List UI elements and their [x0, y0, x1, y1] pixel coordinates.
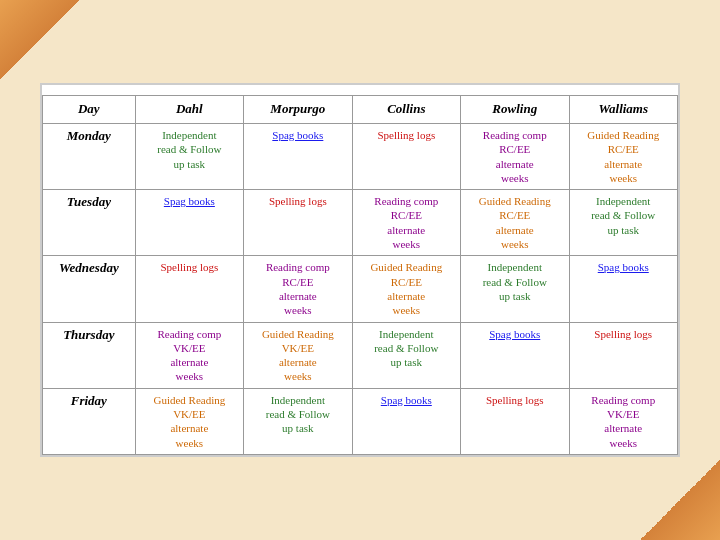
- collins-content: Reading compRC/EEalternateweeks: [358, 194, 455, 251]
- table-row: MondayIndependentread & Followup taskSpa…: [43, 123, 678, 189]
- rowling-content: Spag books: [466, 327, 563, 341]
- dahl-content: Reading compVK/EEalternateweeks: [141, 327, 238, 384]
- morpurgo-cell: Spelling logs: [244, 190, 352, 256]
- table-row: ThursdayReading compVK/EEalternateweeksG…: [43, 322, 678, 388]
- morpurgo-content: Independentread & Followup task: [249, 393, 346, 436]
- header-row: DayDahlMorpurgoCollinsRowlingWalliams: [43, 96, 678, 124]
- collins-cell: Spelling logs: [352, 123, 460, 189]
- page-wrapper: DayDahlMorpurgoCollinsRowlingWalliams Mo…: [0, 0, 720, 540]
- table-row: WednesdaySpelling logsReading compRC/EEa…: [43, 256, 678, 322]
- corner-decoration-br: [640, 460, 720, 540]
- dahl-content: Spag books: [141, 194, 238, 208]
- rowling-cell: Reading compRC/EEalternateweeks: [461, 123, 569, 189]
- rowling-cell: Spelling logs: [461, 388, 569, 454]
- rowling-cell: Guided ReadingRC/EEalternateweeks: [461, 190, 569, 256]
- morpurgo-content: Guided ReadingVK/EEalternateweeks: [249, 327, 346, 384]
- rowling-content: Reading compRC/EEalternateweeks: [466, 128, 563, 185]
- dahl-cell: Spelling logs: [135, 256, 243, 322]
- walliams-content: Spag books: [575, 260, 673, 274]
- table-row: TuesdaySpag booksSpelling logsReading co…: [43, 190, 678, 256]
- collins-cell: Guided ReadingRC/EEalternateweeks: [352, 256, 460, 322]
- schedule-table: DayDahlMorpurgoCollinsRowlingWalliams Mo…: [42, 95, 678, 455]
- morpurgo-cell: Spag books: [244, 123, 352, 189]
- walliams-cell: Guided ReadingRC/EEalternateweeks: [569, 123, 678, 189]
- column-header-dahl: Dahl: [135, 96, 243, 124]
- dahl-content: Spelling logs: [141, 260, 238, 274]
- table-row: FridayGuided ReadingVK/EEalternateweeksI…: [43, 388, 678, 454]
- morpurgo-cell: Guided ReadingVK/EEalternateweeks: [244, 322, 352, 388]
- dahl-content: Guided ReadingVK/EEalternateweeks: [141, 393, 238, 450]
- table-title: [42, 85, 678, 95]
- collins-content: Independentread & Followup task: [358, 327, 455, 370]
- walliams-content: Guided ReadingRC/EEalternateweeks: [575, 128, 673, 185]
- dahl-cell: Spag books: [135, 190, 243, 256]
- walliams-cell: Spag books: [569, 256, 678, 322]
- day-cell: Monday: [43, 123, 136, 189]
- collins-content: Spelling logs: [358, 128, 455, 142]
- morpurgo-cell: Independentread & Followup task: [244, 388, 352, 454]
- day-cell: Wednesday: [43, 256, 136, 322]
- dahl-cell: Guided ReadingVK/EEalternateweeks: [135, 388, 243, 454]
- column-header-rowling: Rowling: [461, 96, 569, 124]
- day-cell: Friday: [43, 388, 136, 454]
- rowling-cell: Spag books: [461, 322, 569, 388]
- rowling-content: Spelling logs: [466, 393, 563, 407]
- day-cell: Thursday: [43, 322, 136, 388]
- corner-decoration-tl: [0, 0, 80, 80]
- rowling-cell: Independentread & Followup task: [461, 256, 569, 322]
- dahl-cell: Independentread & Followup task: [135, 123, 243, 189]
- column-header-walliams: Walliams: [569, 96, 678, 124]
- walliams-cell: Independentread & Followup task: [569, 190, 678, 256]
- morpurgo-content: Spag books: [249, 128, 346, 142]
- collins-cell: Independentread & Followup task: [352, 322, 460, 388]
- walliams-content: Reading compVK/EEalternateweeks: [575, 393, 673, 450]
- column-header-collins: Collins: [352, 96, 460, 124]
- column-header-morpurgo: Morpurgo: [244, 96, 352, 124]
- collins-cell: Spag books: [352, 388, 460, 454]
- walliams-cell: Spelling logs: [569, 322, 678, 388]
- morpurgo-content: Spelling logs: [249, 194, 346, 208]
- day-cell: Tuesday: [43, 190, 136, 256]
- walliams-content: Spelling logs: [575, 327, 673, 341]
- column-header-day: Day: [43, 96, 136, 124]
- rowling-content: Independentread & Followup task: [466, 260, 563, 303]
- collins-cell: Reading compRC/EEalternateweeks: [352, 190, 460, 256]
- morpurgo-cell: Reading compRC/EEalternateweeks: [244, 256, 352, 322]
- dahl-content: Independentread & Followup task: [141, 128, 238, 171]
- table-container: DayDahlMorpurgoCollinsRowlingWalliams Mo…: [40, 83, 680, 457]
- dahl-cell: Reading compVK/EEalternateweeks: [135, 322, 243, 388]
- walliams-cell: Reading compVK/EEalternateweeks: [569, 388, 678, 454]
- walliams-content: Independentread & Followup task: [575, 194, 673, 237]
- rowling-content: Guided ReadingRC/EEalternateweeks: [466, 194, 563, 251]
- collins-content: Guided ReadingRC/EEalternateweeks: [358, 260, 455, 317]
- morpurgo-content: Reading compRC/EEalternateweeks: [249, 260, 346, 317]
- collins-content: Spag books: [358, 393, 455, 407]
